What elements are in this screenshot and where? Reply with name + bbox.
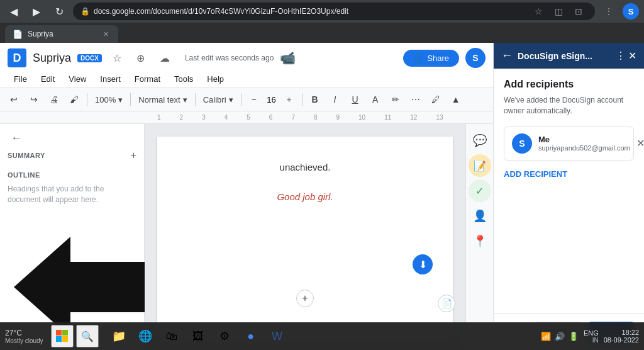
contacts-icon[interactable]: 👤	[469, 205, 491, 227]
taskbar-app-explorer[interactable]: 📁	[106, 325, 131, 347]
meet-button[interactable]: 📹	[280, 50, 296, 65]
add-page-button[interactable]: +	[296, 290, 314, 307]
start-button[interactable]	[51, 325, 74, 347]
taskbar-app-chrome[interactable]: ●	[238, 325, 264, 347]
tab-bar: 📄 Supriya ✕	[0, 23, 644, 43]
font-arrow: ▾	[229, 95, 233, 104]
remove-recipient-button[interactable]: ✕	[636, 137, 644, 149]
language-sub: IN	[592, 337, 599, 344]
taskbar: 27°C Mostly cloudy 🔍 📁 🌐 🛍 🖼 ⚙ ● W 📶 🔊 🔋…	[0, 322, 644, 350]
taskbar-app-photos[interactable]: 🖼	[186, 325, 211, 347]
doc-title: Supriya	[33, 52, 71, 65]
sidebar-back-button[interactable]: ←	[8, 132, 25, 145]
toolbar-collapse-button[interactable]: ▲	[447, 91, 465, 108]
docs-logo: D	[8, 48, 26, 67]
toolbar-extra-button[interactable]: 🖊	[427, 91, 445, 108]
more-toolbar-button[interactable]: ⋯	[407, 91, 425, 108]
print-button[interactable]: 🖨	[45, 91, 63, 108]
volume-icon: 🔊	[555, 332, 565, 341]
wifi-icon: 📶	[541, 332, 551, 341]
browser-chrome: ◀ ▶ ↻ 🔒 docs.google.com/document/d/10v7o…	[0, 0, 644, 23]
highlight-button[interactable]: ✏	[387, 91, 404, 108]
app-wrapper: D Supriya DOCX ☆ ⊕ ☁ Last edit was secon…	[0, 43, 644, 350]
docusign-panel: ← DocuSign eSign... ⋮ ✕ Add recipients W…	[493, 43, 644, 350]
star-icon[interactable]: ☆	[108, 49, 126, 67]
paint-format-button[interactable]: 🖌	[65, 91, 83, 108]
summary-label: SUMMARY	[8, 152, 45, 159]
google-account-icon[interactable]: ◫	[550, 3, 567, 20]
check-icon[interactable]: ✓	[469, 179, 491, 202]
active-tab[interactable]: 📄 Supriya ✕	[5, 25, 118, 43]
share-button[interactable]: 👤 Share	[403, 50, 459, 67]
autosave-text: Last edit was seconds ago	[185, 54, 274, 62]
menu-help[interactable]: Help	[201, 72, 230, 86]
language-info: ENG IN	[584, 329, 599, 344]
summary-section: SUMMARY +	[8, 150, 136, 161]
maps-icon[interactable]: 📍	[469, 230, 491, 252]
search-button[interactable]: 🔍	[76, 325, 99, 347]
weather-temp: 27°C	[5, 329, 22, 337]
taskbar-app-settings[interactable]: ⚙	[212, 325, 237, 347]
scroll-page-icon[interactable]: 📄	[438, 295, 455, 312]
forward-button[interactable]: ▶	[28, 3, 45, 20]
docusign-header: ← DocuSign eSign... ⋮ ✕	[494, 43, 644, 69]
add-to-drive-icon[interactable]: ⊕	[132, 49, 150, 67]
underline-button[interactable]: U	[347, 91, 364, 108]
taskbar-app-word[interactable]: W	[265, 325, 290, 347]
docs-area: D Supriya DOCX ☆ ⊕ ☁ Last edit was secon…	[0, 43, 493, 350]
redo-button[interactable]: ↪	[25, 91, 43, 108]
recipient-name: Me	[538, 135, 630, 144]
taskbar-app-store[interactable]: 🛍	[159, 325, 184, 347]
back-button[interactable]: ◀	[5, 3, 23, 20]
menu-file[interactable]: File	[8, 72, 33, 86]
cast-icon[interactable]: ⊡	[570, 3, 587, 20]
font-dropdown[interactable]: Calibri ▾	[199, 91, 237, 108]
menu-format[interactable]: Format	[128, 72, 167, 86]
windows-logo-icon	[56, 330, 69, 342]
zoom-arrow: ▾	[118, 95, 123, 104]
font-size-value: 16	[265, 95, 278, 104]
tab-close-button[interactable]: ✕	[101, 29, 111, 39]
menu-tools[interactable]: Tools	[168, 72, 199, 86]
taskbar-app-edge[interactable]: 🌐	[133, 325, 158, 347]
separator-5	[302, 93, 303, 106]
weather-condition: Mostly cloudy	[5, 337, 43, 344]
chat-icon[interactable]: 💬	[469, 129, 491, 152]
font-size-plus-button[interactable]: +	[280, 91, 298, 108]
ruler: 12 34 56 78 910 1112 13	[0, 111, 493, 124]
italic-button[interactable]: I	[326, 91, 344, 108]
style-dropdown[interactable]: Normal text ▾	[135, 91, 191, 108]
doc-page[interactable]: unachieved. Good job girl. + ⬇ 📄	[145, 124, 465, 350]
add-recipient-button[interactable]: ADD RECIPIENT	[504, 169, 567, 179]
docusign-more-button[interactable]: ⋮	[616, 50, 626, 62]
svg-rect-2	[62, 330, 68, 336]
font-value: Calibri	[203, 95, 226, 104]
recipient-card: S Me supriyapandu502@gmail.com ✕	[504, 127, 634, 161]
undo-button[interactable]: ↩	[5, 91, 23, 108]
bookmark-icon[interactable]: ☆	[530, 3, 547, 20]
font-size-minus-button[interactable]: −	[245, 91, 263, 108]
user-avatar[interactable]: S	[465, 48, 486, 68]
notes-icon[interactable]: 📝	[469, 154, 491, 177]
bold-button[interactable]: B	[306, 91, 324, 108]
docusign-close-button[interactable]: ✕	[628, 50, 636, 62]
extensions-icon[interactable]: ⋮	[600, 3, 618, 20]
zoom-dropdown[interactable]: 100% ▾	[91, 91, 126, 108]
menu-edit[interactable]: Edit	[35, 72, 61, 86]
refresh-button[interactable]: ↻	[50, 3, 68, 20]
cloud-icon[interactable]: ☁	[156, 49, 174, 67]
battery-icon: 🔋	[569, 332, 579, 341]
menu-view[interactable]: View	[62, 72, 92, 86]
system-icons: 📶 🔊 🔋	[541, 332, 579, 341]
address-bar[interactable]: 🔒 docs.google.com/document/d/10v7oR4cSWv…	[73, 3, 595, 20]
docs-body: ← SUMMARY + OUTLINE Headings that you ad…	[0, 124, 493, 350]
recipient-info: Me supriyapandu502@gmail.com	[538, 135, 630, 152]
style-value: Normal text	[138, 95, 180, 104]
menu-insert[interactable]: Insert	[94, 72, 127, 86]
download-floating-button[interactable]: ⬇	[413, 254, 433, 274]
summary-add-button[interactable]: +	[131, 150, 136, 161]
profile-avatar[interactable]: S	[623, 3, 639, 20]
docusign-back-button[interactable]: ←	[501, 49, 513, 62]
recipient-avatar: S	[512, 133, 532, 154]
text-color-button[interactable]: A	[367, 91, 384, 108]
